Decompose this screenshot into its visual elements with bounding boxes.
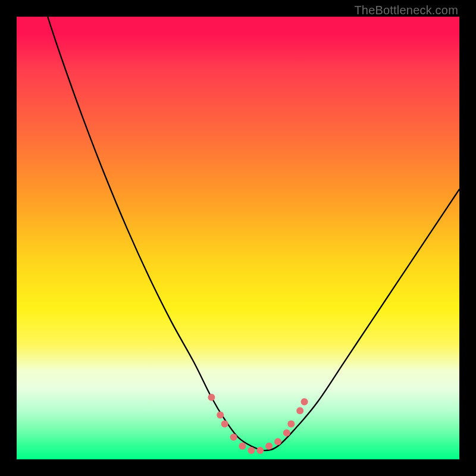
- data-point: [217, 412, 224, 419]
- data-point: [208, 394, 215, 401]
- data-point: [256, 447, 264, 454]
- data-point: [287, 421, 295, 428]
- data-point: [265, 443, 273, 450]
- chart-frame: TheBottleneck.com: [0, 0, 476, 476]
- optimal-zone-dots: [17, 17, 459, 459]
- watermark-text: TheBottleneck.com: [354, 4, 458, 17]
- data-point: [283, 429, 290, 436]
- data-point: [239, 443, 246, 450]
- plot-area: [17, 17, 459, 459]
- data-point: [301, 398, 308, 405]
- data-point: [230, 434, 237, 441]
- data-point: [274, 438, 281, 445]
- data-point: [221, 421, 228, 428]
- data-point: [296, 407, 303, 414]
- data-point: [248, 447, 255, 454]
